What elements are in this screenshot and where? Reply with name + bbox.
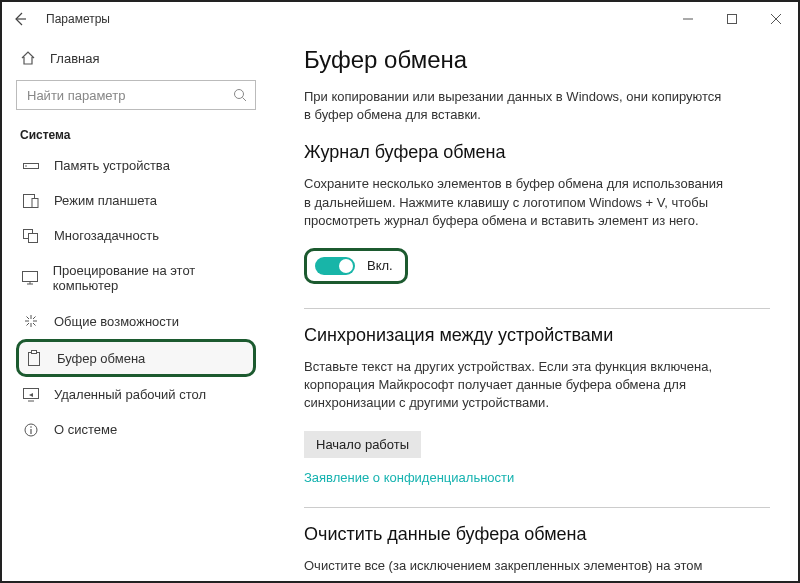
window-body: Главная Система Память устройства [2, 36, 798, 581]
home-icon [20, 50, 36, 66]
titlebar: Параметры [2, 2, 798, 36]
sidebar-item-label: Общие возможности [54, 314, 179, 329]
svg-rect-9 [29, 353, 40, 366]
maximize-button[interactable] [710, 2, 754, 36]
privacy-link[interactable]: Заявление о конфиденциальности [304, 470, 514, 485]
window-controls [666, 2, 798, 36]
sync-desc: Вставьте текст на других устройствах. Ес… [304, 358, 724, 413]
history-toggle-label: Вкл. [367, 258, 393, 273]
sidebar-item-label: Буфер обмена [57, 351, 145, 366]
history-toggle-group: Вкл. [304, 248, 408, 284]
settings-window: Параметры Главная [0, 0, 800, 583]
separator [304, 507, 770, 508]
back-button[interactable] [12, 11, 28, 27]
info-icon [22, 423, 40, 437]
sidebar-item-multitasking[interactable]: Многозадачность [16, 218, 256, 253]
storage-icon [22, 160, 40, 172]
sidebar-item-label: Многозадачность [54, 228, 159, 243]
window-title: Параметры [46, 12, 110, 26]
maximize-icon [727, 14, 737, 24]
home-label: Главная [50, 51, 99, 66]
svg-rect-5 [32, 198, 38, 207]
search-icon [233, 88, 247, 102]
clipboard-icon [25, 350, 43, 366]
sidebar-item-clipboard[interactable]: Буфер обмена [16, 339, 256, 377]
page-title: Буфер обмена [304, 46, 770, 74]
sync-start-button[interactable]: Начало работы [304, 431, 421, 458]
main-content: Буфер обмена При копировании или вырезан… [270, 36, 798, 581]
svg-rect-7 [29, 233, 38, 242]
close-icon [771, 14, 781, 24]
clear-desc: Очистите все (за исключением закрепленны… [304, 557, 724, 575]
remote-desktop-icon [22, 388, 40, 402]
sidebar-item-label: Режим планшета [54, 193, 157, 208]
arrow-left-icon [12, 11, 28, 27]
svg-point-1 [235, 90, 244, 99]
sidebar-item-label: Удаленный рабочий стол [54, 387, 206, 402]
svg-rect-11 [24, 388, 39, 398]
home-button[interactable]: Главная [16, 42, 256, 74]
sidebar-item-shared[interactable]: Общие возможности [16, 303, 256, 339]
sync-heading: Синхронизация между устройствами [304, 325, 770, 346]
history-toggle[interactable] [315, 257, 355, 275]
sidebar-item-label: Проецирование на этот компьютер [53, 263, 250, 293]
minimize-button[interactable] [666, 2, 710, 36]
sidebar-section-title: Система [20, 128, 256, 142]
sidebar-item-remote-desktop[interactable]: Удаленный рабочий стол [16, 377, 256, 412]
close-button[interactable] [754, 2, 798, 36]
sidebar-item-tablet[interactable]: Режим планшета [16, 183, 256, 218]
svg-rect-10 [32, 351, 37, 354]
separator [304, 308, 770, 309]
projecting-icon [22, 271, 39, 285]
search-input[interactable] [25, 87, 233, 104]
history-heading: Журнал буфера обмена [304, 142, 770, 163]
sidebar-item-storage[interactable]: Память устройства [16, 148, 256, 183]
shared-icon [22, 313, 40, 329]
sidebar-item-label: О системе [54, 422, 117, 437]
sidebar-item-label: Память устройства [54, 158, 170, 173]
intro-text: При копировании или вырезании данных в W… [304, 88, 724, 124]
sidebar-item-about[interactable]: О системе [16, 412, 256, 447]
multitasking-icon [22, 229, 40, 243]
sidebar-nav: Память устройства Режим планшета Многоза… [16, 148, 256, 447]
history-desc: Сохраните несколько элементов в буфер об… [304, 175, 724, 230]
sidebar-item-projecting[interactable]: Проецирование на этот компьютер [16, 253, 256, 303]
search-box[interactable] [16, 80, 256, 110]
clear-heading: Очистить данные буфера обмена [304, 524, 770, 545]
svg-rect-0 [728, 15, 737, 24]
sidebar: Главная Система Память устройства [2, 36, 270, 581]
svg-point-3 [25, 165, 27, 167]
minimize-icon [683, 14, 693, 24]
svg-rect-8 [23, 272, 38, 282]
tablet-icon [22, 194, 40, 208]
svg-point-13 [30, 426, 32, 428]
